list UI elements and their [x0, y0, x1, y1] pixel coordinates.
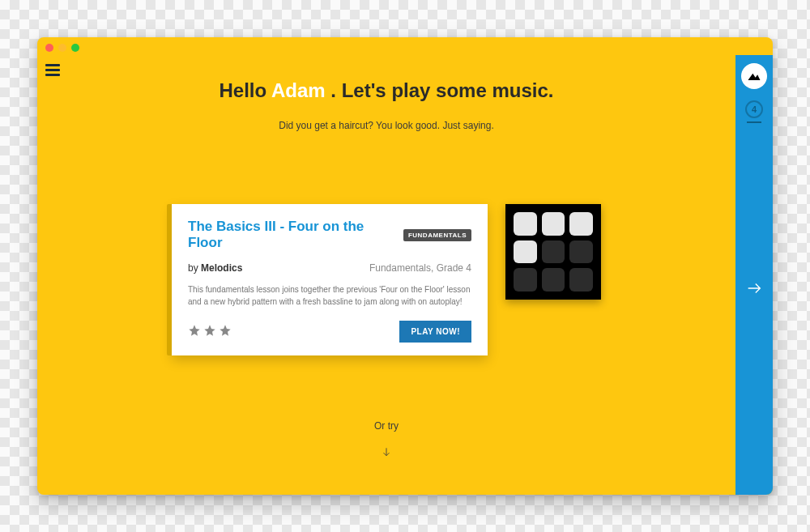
star-icon	[188, 324, 201, 340]
lesson-card[interactable]: The Basics III - Four on the Floor FUNDA…	[172, 204, 488, 355]
level-badge[interactable]: 4	[745, 100, 763, 118]
window-controls	[45, 44, 79, 52]
greeting-prefix: Hello	[220, 79, 271, 101]
lesson-title: The Basics III - Four on the Floor	[188, 219, 395, 251]
right-sidebar: 4	[735, 55, 773, 495]
main-content: Hello Adam . Let's play some music. Did …	[37, 55, 735, 495]
difficulty-stars	[188, 324, 232, 340]
greeting-suffix: . Let's play some music.	[326, 79, 554, 101]
lesson-author: Melodics	[201, 262, 242, 274]
lesson-row: The Basics III - Four on the Floor FUNDA…	[172, 204, 601, 355]
arrow-right-icon	[745, 279, 763, 297]
play-now-button[interactable]: PLAY NOW!	[399, 321, 471, 343]
maximize-window-button[interactable]	[71, 44, 79, 52]
app-window: 4 Hello Adam . Let's play some music. Di…	[37, 37, 773, 495]
by-prefix: by	[188, 262, 201, 274]
avatar[interactable]	[741, 63, 767, 89]
greeting-heading: Hello Adam . Let's play some music.	[220, 79, 554, 102]
lesson-thumbnail[interactable]	[505, 204, 601, 300]
close-window-button[interactable]	[45, 44, 53, 52]
star-icon	[219, 324, 232, 340]
greeting-name: Adam	[271, 79, 326, 101]
lesson-badge: FUNDAMENTALS	[403, 229, 471, 241]
next-button[interactable]	[745, 279, 763, 300]
star-icon	[203, 324, 216, 340]
lesson-byline: by Melodics	[188, 262, 242, 274]
minimize-window-button[interactable]	[58, 44, 66, 52]
arrow-down-icon	[381, 446, 392, 458]
scroll-down-button[interactable]	[381, 446, 392, 461]
greeting-subtitle: Did you get a haircut? You look good. Ju…	[279, 120, 494, 131]
level-underline	[747, 121, 761, 123]
or-try-label: Or try	[374, 420, 399, 432]
lesson-grade: Fundamentals, Grade 4	[369, 262, 471, 274]
avatar-icon	[746, 68, 762, 84]
lesson-description: This fundamentals lesson joins together …	[188, 283, 471, 308]
